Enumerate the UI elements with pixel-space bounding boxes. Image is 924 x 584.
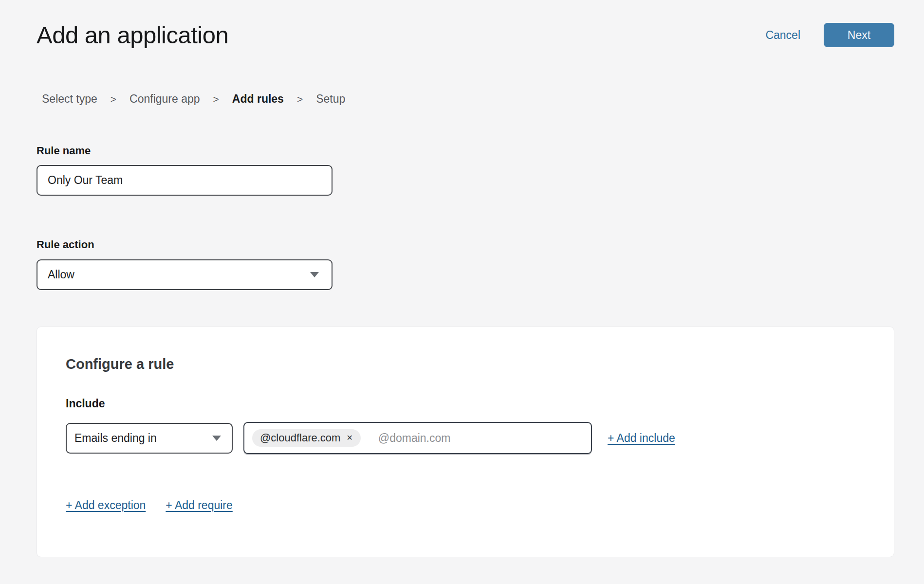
chevron-separator-icon: > bbox=[297, 93, 303, 105]
email-domain-chip: @cloudflare.com ✕ bbox=[252, 429, 361, 447]
rule-extra-links: + Add exception + Add require bbox=[66, 499, 865, 512]
rule-action-select[interactable]: Allow bbox=[37, 259, 333, 290]
caret-down-icon bbox=[310, 272, 319, 277]
add-exception-link[interactable]: + Add exception bbox=[66, 499, 146, 512]
caret-down-icon bbox=[212, 436, 221, 441]
breadcrumb-step-add-rules[interactable]: Add rules bbox=[232, 92, 284, 106]
rule-action-label: Rule action bbox=[37, 238, 894, 251]
include-selector-value: Emails ending in bbox=[74, 432, 157, 445]
add-require-link[interactable]: + Add require bbox=[166, 499, 232, 512]
rule-action-selected-value: Allow bbox=[48, 268, 74, 281]
next-button[interactable]: Next bbox=[824, 23, 894, 47]
card-title: Configure a rule bbox=[66, 356, 865, 372]
include-selector-select[interactable]: Emails ending in bbox=[66, 423, 233, 454]
chevron-separator-icon: > bbox=[213, 93, 219, 105]
rule-name-input[interactable] bbox=[37, 165, 333, 196]
cancel-button[interactable]: Cancel bbox=[765, 29, 800, 42]
breadcrumb-step-setup[interactable]: Setup bbox=[316, 92, 345, 106]
remove-tag-icon[interactable]: ✕ bbox=[346, 434, 352, 442]
chevron-separator-icon: > bbox=[111, 93, 116, 105]
rule-name-label: Rule name bbox=[37, 145, 894, 157]
include-rule-row: Emails ending in @cloudflare.com ✕ + Add… bbox=[66, 422, 865, 454]
header-actions: Cancel Next bbox=[765, 23, 894, 47]
add-application-page: Add an application Cancel Next Select ty… bbox=[0, 21, 924, 557]
configure-rule-card: Configure a rule Include Emails ending i… bbox=[37, 327, 894, 557]
email-domain-chip-label: @cloudflare.com bbox=[260, 432, 340, 444]
email-domain-tag-input[interactable]: @cloudflare.com ✕ bbox=[243, 422, 592, 454]
header-bar: Add an application Cancel Next bbox=[37, 21, 894, 49]
domain-entry-input[interactable] bbox=[378, 432, 584, 445]
include-label: Include bbox=[66, 397, 865, 410]
breadcrumb-step-configure-app[interactable]: Configure app bbox=[129, 92, 200, 106]
page-title: Add an application bbox=[37, 21, 228, 49]
breadcrumb: Select type > Configure app > Add rules … bbox=[42, 92, 894, 106]
add-include-link[interactable]: + Add include bbox=[608, 432, 675, 445]
breadcrumb-step-select-type[interactable]: Select type bbox=[42, 92, 97, 106]
